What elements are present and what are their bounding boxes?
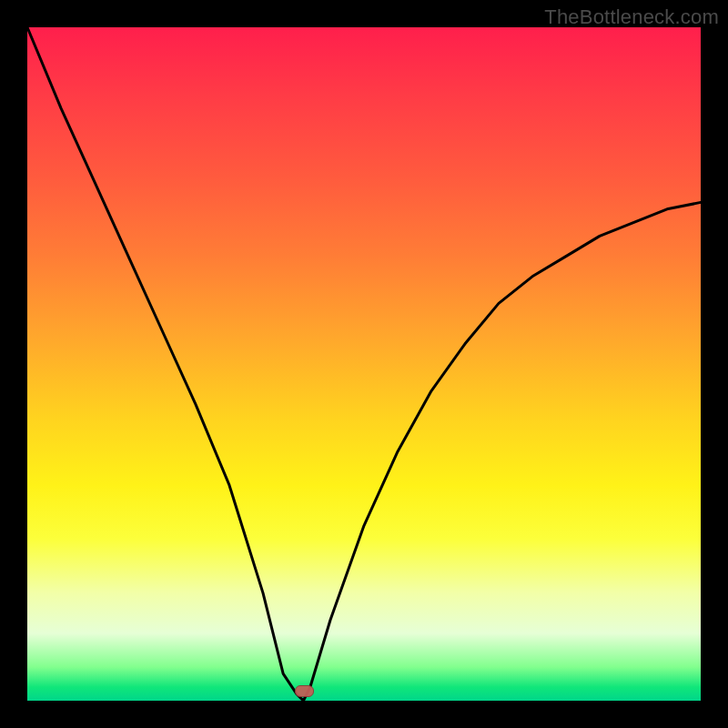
optimal-marker: [295, 685, 314, 697]
watermark-text: TheBottleneck.com: [544, 5, 719, 29]
curve-svg: [27, 27, 701, 701]
bottleneck-curve-path: [27, 27, 701, 701]
plot-area: [27, 27, 701, 701]
chart-frame: TheBottleneck.com: [0, 0, 728, 728]
